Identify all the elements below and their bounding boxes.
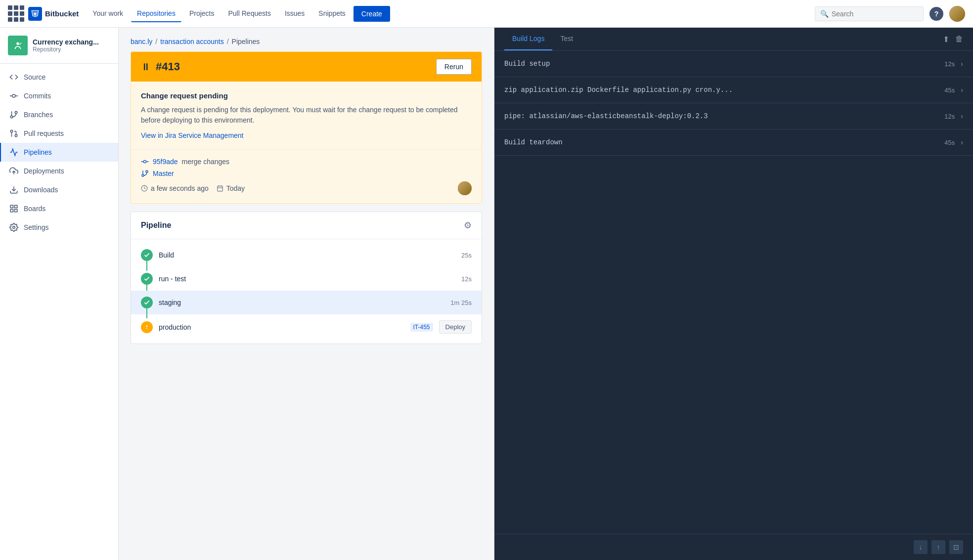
- sidebar-repo[interactable]: Currency exchang... Repository: [0, 28, 118, 64]
- rerun-button[interactable]: Rerun: [436, 59, 472, 75]
- commit-icon: [141, 158, 149, 166]
- topnav-nav: Your work Repositories Projects Pull Req…: [87, 5, 803, 22]
- step-status-build: [141, 249, 153, 261]
- clock-icon: [141, 185, 148, 192]
- step-label-runtest: run - test: [159, 275, 455, 283]
- branch-name[interactable]: Master: [153, 170, 174, 177]
- log-entry-pipe[interactable]: pipe: atlassian/aws-elasticbeanstalk-dep…: [494, 103, 973, 129]
- sidebar-label-source: Source: [24, 73, 45, 81]
- svg-point-21: [146, 171, 148, 172]
- log-text-pipe: pipe: atlassian/aws-elasticbeanstalk-dep…: [504, 112, 708, 120]
- sidebar-item-deployments[interactable]: Deployments: [0, 162, 118, 180]
- sidebar-label-downloads: Downloads: [24, 186, 58, 194]
- step-duration-staging: 1m 25s: [450, 299, 472, 306]
- log-entry-zip[interactable]: zip application.zip Dockerfile applicati…: [494, 77, 973, 103]
- breadcrumb-sep-1: /: [155, 38, 157, 45]
- nav-projects[interactable]: Projects: [183, 5, 221, 22]
- svg-point-17: [143, 160, 146, 163]
- log-entry-right-1: 45s ›: [944, 86, 963, 94]
- sidebar-item-pipelines[interactable]: Pipelines: [0, 143, 118, 162]
- search-input[interactable]: [832, 10, 918, 18]
- pipeline-step-staging[interactable]: staging 1m 25s: [131, 291, 482, 314]
- sidebar-item-boards[interactable]: Boards: [0, 199, 118, 218]
- pipeline-step-build[interactable]: Build 25s: [131, 243, 482, 267]
- pipeline-step-production[interactable]: production IT-455 Deploy: [131, 314, 482, 340]
- sidebar-label-branches: Branches: [24, 111, 53, 119]
- trash-icon[interactable]: 🗑: [955, 35, 963, 43]
- logo-text: Bitbucket: [45, 9, 79, 18]
- pipeline-steps-list: Build 25s run - test 12s: [131, 239, 482, 344]
- log-entry-teardown[interactable]: Build teardown 45s ›: [494, 129, 973, 156]
- step-status-production: [141, 321, 153, 333]
- expand-icon-2[interactable]: ›: [961, 112, 963, 120]
- svg-point-8: [10, 130, 13, 132]
- log-time-pipe: 12s: [944, 113, 955, 120]
- pipeline-steps-header: Pipeline ⚙: [131, 212, 482, 239]
- nav-your-work[interactable]: Your work: [87, 5, 129, 22]
- expand-icon-1[interactable]: ›: [961, 86, 963, 94]
- sidebar-item-settings[interactable]: Settings: [0, 218, 118, 237]
- expand-icon-3[interactable]: ›: [961, 138, 963, 146]
- branch-icon: [141, 170, 149, 177]
- calendar-icon: [217, 185, 223, 192]
- gear-icon[interactable]: ⚙: [464, 220, 472, 231]
- tab-build-logs[interactable]: Build Logs: [504, 28, 552, 50]
- sidebar-item-downloads[interactable]: Downloads: [0, 180, 118, 199]
- pipeline-steps-title: Pipeline: [141, 221, 171, 230]
- svg-rect-14: [15, 210, 17, 212]
- logo[interactable]: Bitbucket: [28, 7, 79, 21]
- deploy-button[interactable]: Deploy: [439, 320, 472, 334]
- nav-pull-requests[interactable]: Pull Requests: [222, 5, 277, 22]
- app-grid-icon[interactable]: [8, 5, 24, 22]
- source-icon: [9, 73, 19, 82]
- sidebar-label-settings: Settings: [24, 223, 49, 231]
- scroll-bottom-icon[interactable]: ↓: [914, 540, 928, 554]
- main-layout: Currency exchang... Repository Source: [0, 28, 973, 560]
- log-text-zip: zip application.zip Dockerfile applicati…: [504, 86, 733, 94]
- log-time-build-setup: 12s: [944, 60, 955, 68]
- pipeline-meta-branch: Master: [141, 170, 472, 177]
- commit-hash[interactable]: 95f9ade: [153, 158, 178, 166]
- pause-icon: ⏸: [141, 61, 151, 73]
- sidebar-item-pullrequests[interactable]: Pull requests: [0, 124, 118, 143]
- breadcrumb-transaction[interactable]: transaction accounts: [160, 38, 223, 45]
- log-time-zip: 45s: [944, 86, 955, 94]
- help-button[interactable]: ?: [929, 7, 943, 21]
- sidebar-item-commits[interactable]: Commits: [0, 86, 118, 105]
- step-label-build: Build: [159, 251, 455, 259]
- svg-rect-15: [10, 210, 13, 212]
- nav-issues[interactable]: Issues: [279, 5, 310, 22]
- expand-icon-0[interactable]: ›: [961, 60, 963, 68]
- scroll-up-icon[interactable]: ↑: [931, 540, 945, 554]
- build-logs-actions: ⬆ 🗑: [943, 35, 963, 44]
- boards-icon: [9, 204, 19, 213]
- log-entry-build-setup[interactable]: Build setup 12s ›: [494, 51, 973, 77]
- nav-repositories[interactable]: Repositories: [131, 5, 181, 22]
- commits-icon: [9, 91, 19, 100]
- change-request-text: A change request is pending for this dep…: [141, 105, 472, 126]
- avatar[interactable]: [949, 6, 965, 22]
- nav-snippets[interactable]: Snippets: [312, 5, 351, 22]
- tab-test[interactable]: Test: [552, 28, 581, 50]
- log-text-build-setup: Build setup: [504, 60, 550, 68]
- jira-link[interactable]: View in Jira Service Management: [141, 131, 244, 139]
- sidebar-item-branches[interactable]: Branches: [0, 105, 118, 124]
- create-button[interactable]: Create: [354, 6, 390, 22]
- svg-rect-24: [218, 186, 223, 191]
- svg-point-6: [10, 116, 13, 118]
- svg-point-16: [13, 226, 15, 229]
- pipeline-steps-card: Pipeline ⚙ Build 25s r: [131, 212, 482, 344]
- sidebar-label-commits: Commits: [24, 92, 51, 100]
- log-entry-left-0: Build setup: [504, 60, 550, 68]
- sidebar-item-source[interactable]: Source: [0, 68, 118, 86]
- repo-icon: [8, 36, 28, 55]
- fullscreen-icon[interactable]: ⊡: [949, 540, 963, 554]
- share-icon[interactable]: ⬆: [943, 35, 949, 44]
- breadcrumb-banc[interactable]: banc.ly: [131, 38, 152, 45]
- pipeline-step-runtest[interactable]: run - test 12s: [131, 267, 482, 291]
- search-box[interactable]: 🔍: [815, 6, 924, 21]
- pipeline-title-row: ⏸ #413: [141, 60, 180, 73]
- svg-point-0: [16, 43, 19, 45]
- log-entry-right-2: 12s ›: [944, 112, 963, 120]
- svg-point-1: [12, 94, 15, 97]
